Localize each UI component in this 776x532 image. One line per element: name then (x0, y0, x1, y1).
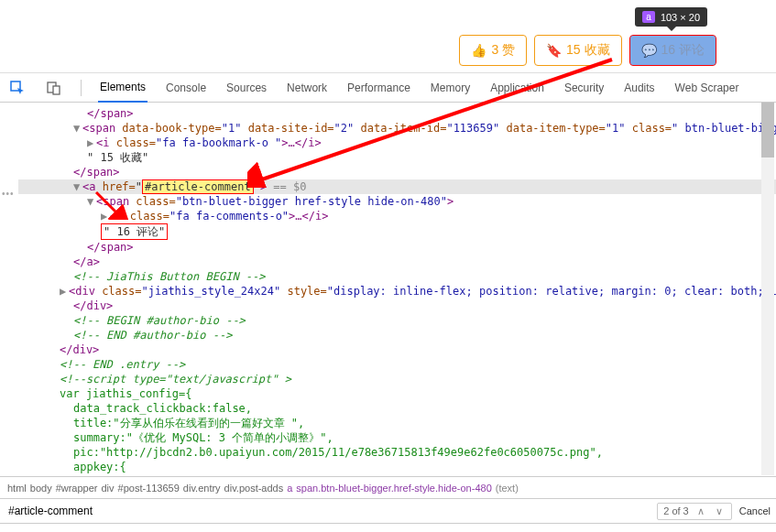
action-buttons-row: 👍 3 赞 🔖 15 收藏 💬 16 评论 (459, 35, 716, 66)
find-bar: 2 of 3 ∧ ∨ Cancel (0, 498, 776, 524)
bc-wrapper[interactable]: #wrapper (56, 483, 98, 494)
tab-sources[interactable]: Sources (224, 74, 268, 102)
tab-webscraper[interactable]: Web Scraper (673, 74, 741, 102)
tab-application[interactable]: Application (488, 74, 546, 102)
code-text: </span> (87, 107, 134, 120)
bc-entry[interactable]: div.entry (183, 483, 221, 494)
search-prev-icon[interactable]: ∧ (694, 505, 707, 517)
bc-a[interactable]: a (287, 483, 292, 494)
gutter-ellipsis: ••• (2, 189, 15, 199)
bc-span[interactable]: span.btn-bluet-bigger.href-style.hide-on… (296, 483, 491, 494)
bc-div[interactable]: div (102, 483, 115, 494)
comment-label: 16 评论 (661, 42, 705, 59)
search-cancel-button[interactable]: Cancel (739, 505, 771, 516)
search-result-count: 2 of 3 ∧ ∨ (657, 503, 732, 520)
praise-button[interactable]: 👍 3 赞 (459, 35, 527, 66)
devtools-tabbar: Elements Console Sources Network Perform… (0, 73, 776, 103)
tooltip-tag: a (642, 11, 655, 23)
bc-html[interactable]: html (7, 483, 27, 494)
selected-element-row[interactable]: ▼<a href="#article-comment"> == $0 (18, 179, 776, 194)
comments-icon: 💬 (641, 43, 657, 58)
tooltip-dims: 103 × 20 (661, 12, 700, 23)
text-collect: " 15 收藏" (87, 151, 148, 164)
praise-label: 3 赞 (491, 42, 515, 59)
breadcrumb-trail[interactable]: html body #wrapper div #post-113659 div.… (0, 476, 776, 498)
bc-body[interactable]: body (30, 483, 52, 494)
vertical-scrollbar[interactable] (761, 103, 774, 475)
collect-button[interactable]: 🔖 15 收藏 (534, 35, 621, 66)
highlighted-text-node: " 16 评论" (101, 223, 168, 240)
tab-audits[interactable]: Audits (622, 74, 656, 102)
bc-postadds[interactable]: div.post-adds (224, 483, 284, 494)
bookmark-icon: 🔖 (546, 43, 562, 58)
highlighted-href: #article-comment (142, 179, 254, 194)
tab-memory[interactable]: Memory (429, 74, 472, 102)
bc-text[interactable]: (text) (496, 483, 519, 494)
elements-tree[interactable]: </span> ▼<span data-book-type="1" data-s… (0, 103, 776, 476)
thumbs-up-icon: 👍 (471, 43, 486, 58)
tab-network[interactable]: Network (285, 74, 329, 102)
svg-rect-2 (53, 86, 60, 94)
dimension-tooltip: a 103 × 20 (635, 7, 707, 27)
tab-performance[interactable]: Performance (345, 74, 412, 102)
bc-post[interactable]: #post-113659 (118, 483, 180, 494)
search-next-icon[interactable]: ∨ (713, 505, 726, 517)
device-toggle-icon[interactable] (44, 78, 64, 98)
search-input[interactable] (5, 502, 650, 520)
inspect-element-icon[interactable] (7, 78, 27, 98)
tab-console[interactable]: Console (164, 74, 208, 102)
scrollbar-thumb[interactable] (761, 103, 774, 157)
tab-elements[interactable]: Elements (98, 73, 148, 103)
comment-button[interactable]: 💬 16 评论 (629, 35, 716, 66)
tab-security[interactable]: Security (563, 74, 606, 102)
collect-label: 15 收藏 (566, 42, 609, 59)
